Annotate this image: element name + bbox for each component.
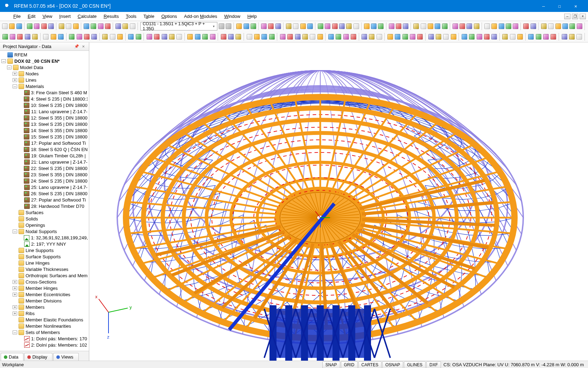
toolbar-button[interactable]	[502, 33, 509, 41]
toolbar-button[interactable]	[90, 22, 97, 30]
menu-help[interactable]: Help	[244, 13, 260, 20]
toolbar-button[interactable]	[339, 22, 345, 30]
tab-views[interactable]: Views	[53, 353, 78, 361]
tab-display[interactable]: Display	[24, 353, 52, 361]
toolbar-button[interactable]	[402, 33, 408, 41]
tree-surfaces[interactable]: Surfaces	[0, 209, 89, 216]
expand-icon[interactable]: +	[13, 78, 17, 82]
menu-options[interactable]: Options	[158, 13, 181, 20]
toolbar-button[interactable]	[275, 22, 281, 30]
toolbar-button[interactable]	[34, 22, 40, 30]
toolbar-button[interactable]	[387, 33, 393, 41]
toolbar-button[interactable]	[2, 33, 8, 41]
tree-material[interactable]: 17: Poplar and Softwood Ti	[0, 140, 89, 146]
toolbar-button[interactable]	[452, 22, 458, 30]
toolbar-button[interactable]	[378, 22, 384, 30]
toolbar-button[interactable]	[509, 33, 516, 41]
toolbar-button[interactable]	[300, 22, 306, 30]
toolbar-button[interactable]	[48, 22, 54, 30]
tree-nodes[interactable]: +Nodes	[0, 70, 89, 77]
toolbar-button[interactable]	[2, 22, 8, 30]
toolbar-button[interactable]	[58, 22, 65, 30]
toolbar-button[interactable]	[483, 33, 490, 41]
mdi-restore-button[interactable]: ❐	[572, 14, 578, 19]
tab-data[interactable]: Data	[1, 353, 23, 361]
toolbar-button[interactable]	[442, 22, 448, 30]
toolbar-button[interactable]	[83, 22, 90, 30]
toolbar-button[interactable]	[388, 22, 394, 30]
toolbar-button[interactable]	[343, 33, 349, 41]
status-glines[interactable]: GLINES	[404, 361, 426, 368]
toolbar-button[interactable]	[562, 22, 568, 30]
toolbar-button[interactable]	[394, 33, 401, 41]
toolbar-button[interactable]	[535, 33, 542, 41]
toolbar-button[interactable]	[491, 22, 497, 30]
toolbar-button[interactable]	[309, 33, 316, 41]
toolbar-button[interactable]	[253, 33, 260, 41]
toolbar-button[interactable]	[115, 22, 121, 30]
tree-sets[interactable]: –Sets of Members	[0, 329, 89, 335]
toolbar-button[interactable]	[117, 33, 123, 41]
toolbar-button[interactable]	[122, 22, 128, 30]
toolbar-button[interactable]	[135, 33, 142, 41]
toolbar-button[interactable]	[528, 33, 534, 41]
toolbar-button[interactable]	[512, 22, 519, 30]
toolbar-button[interactable]	[396, 22, 402, 30]
toolbar-button[interactable]	[335, 33, 342, 41]
toolbar-button[interactable]	[102, 33, 108, 41]
tree-material[interactable]: 21: Lano upravene | Z-14.7-	[0, 159, 89, 165]
tree-solids[interactable]: Solids	[0, 216, 89, 222]
tree-root[interactable]: RFEM	[0, 52, 89, 58]
toolbar-button[interactable]	[484, 22, 490, 30]
toolbar-button[interactable]	[517, 33, 523, 41]
tree-material[interactable]: 26: Steel S 235 | DIN 18800:1	[0, 190, 89, 197]
expand-icon[interactable]: +	[13, 312, 17, 315]
toolbar-button[interactable]	[474, 22, 480, 30]
toolbar-button[interactable]	[317, 22, 324, 30]
toolbar-button[interactable]	[161, 33, 168, 41]
tree-line-supports[interactable]: Line Supports	[0, 247, 89, 253]
tree-material[interactable]: 15: Steel S 235 | DIN 18800:1	[0, 134, 89, 140]
expand-icon[interactable]: –	[13, 330, 17, 334]
tree-line-hinges[interactable]: Line Hinges	[0, 260, 89, 266]
toolbar-button[interactable]	[235, 33, 242, 41]
combo-prev[interactable]	[218, 22, 225, 30]
toolbar-button[interactable]	[550, 33, 557, 41]
toolbar-button[interactable]	[443, 33, 449, 41]
toolbar-button[interactable]	[350, 33, 357, 41]
expand-icon[interactable]: +	[13, 280, 17, 284]
toolbar-button[interactable]	[187, 33, 194, 41]
toolbar-button[interactable]	[43, 33, 49, 41]
toolbar-button[interactable]	[498, 22, 504, 30]
menu-tools[interactable]: Tools	[122, 13, 140, 20]
toolbar-button[interactable]	[154, 33, 160, 41]
toolbar-button[interactable]	[568, 33, 575, 41]
toolbar-button[interactable]	[176, 33, 183, 41]
toolbar-button[interactable]	[317, 33, 323, 41]
tree-model-data[interactable]: –Model Data	[0, 64, 89, 70]
status-grid[interactable]: GRID	[341, 361, 358, 368]
tree-set[interactable]: 1: Dolní pás: Members: 170	[0, 335, 89, 342]
toolbar-button[interactable]	[109, 33, 116, 41]
tree-material[interactable]: 18: Steel S 620 Q | ČSN EN 1	[0, 146, 89, 152]
tree-member-div[interactable]: Member Divisions	[0, 298, 89, 304]
status-cartes[interactable]: CARTES	[358, 361, 382, 368]
tree-openings[interactable]: Openings	[0, 222, 89, 228]
minimize-button[interactable]: —	[536, 0, 552, 12]
tree-material[interactable]: 27: Poplar and Softwood Ti	[0, 197, 89, 203]
toolbar-button[interactable]	[413, 22, 419, 30]
toolbar-button[interactable]	[24, 33, 31, 41]
toolbar-button[interactable]	[168, 33, 175, 41]
toolbar-button[interactable]	[450, 33, 457, 41]
toolbar-button[interactable]	[65, 22, 72, 30]
toolbar-button[interactable]	[220, 33, 227, 41]
toolbar-button[interactable]	[469, 33, 475, 41]
toolbar-button[interactable]	[50, 33, 57, 41]
toolbar-button[interactable]	[434, 22, 441, 30]
toolbar-button[interactable]	[294, 33, 301, 41]
tree-material[interactable]: 14: Steel S 355 | DIN 18800:1	[0, 127, 89, 134]
toolbar-button[interactable]	[409, 33, 416, 41]
toolbar-button[interactable]	[331, 22, 338, 30]
mdi-minimize-button[interactable]: –	[564, 14, 570, 19]
tree-var-thick[interactable]: Variable Thicknesses	[0, 266, 89, 272]
